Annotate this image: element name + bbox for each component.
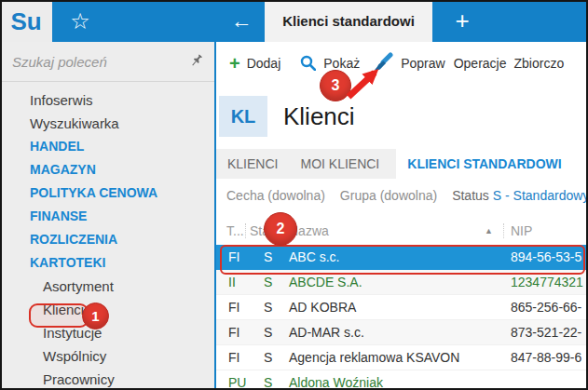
table-header: T... Sta... Nazwa ▲ NIP bbox=[216, 217, 588, 245]
add-button[interactable]: + Dodaj bbox=[229, 54, 280, 73]
column-separator bbox=[503, 223, 504, 238]
search-input[interactable] bbox=[0, 54, 180, 70]
filter-status[interactable]: StatusS - Standardowy bbox=[452, 188, 588, 203]
cell-typ: FI bbox=[228, 295, 239, 320]
column-separator bbox=[245, 223, 246, 238]
page-title: Klienci bbox=[283, 96, 355, 137]
add-plus-icon: + bbox=[229, 54, 240, 73]
table-row-agencja-ksavon[interactable]: FI S Agencja reklamowa KSAVON 847-88-99-… bbox=[216, 345, 588, 370]
cell-typ: FI bbox=[228, 345, 239, 370]
cell-nip: 894-56-53-5 bbox=[511, 245, 581, 270]
operations-button[interactable]: Operacje bbox=[454, 56, 507, 71]
cell-status: S bbox=[264, 370, 272, 390]
column-separator bbox=[280, 223, 280, 238]
show-button-label: Pokaż bbox=[323, 56, 360, 71]
filter-status-value: S - Standardowy bbox=[493, 188, 588, 203]
bulk-button-label: Zbiorczo bbox=[513, 56, 564, 71]
sidebar-item-kartoteki[interactable]: KARTOTEKI bbox=[0, 251, 214, 275]
column-header-nazwa[interactable]: Nazwa bbox=[289, 217, 329, 245]
logo-pro-badge: PRO bbox=[39, 0, 55, 3]
sidebar: Infoserwis Wyszukiwarka HANDEL MAGAZYN P… bbox=[0, 42, 214, 390]
column-header-typ[interactable]: T... bbox=[226, 217, 244, 245]
sidebar-item-magazyn[interactable]: MAGAZYN bbox=[0, 158, 214, 182]
table-row-ad-kobra[interactable]: FI S AD KOBRA 865-256-66- bbox=[216, 295, 588, 320]
operations-button-label: Operacje bbox=[454, 56, 507, 71]
top-bar: Su PRO ☆ ← Klienci standardowi + bbox=[0, 0, 588, 42]
command-search bbox=[0, 42, 214, 82]
cell-status: S bbox=[264, 345, 272, 370]
sort-asc-icon: ▲ bbox=[485, 217, 493, 245]
sidebar-item-wyszukiwarka[interactable]: Wyszukiwarka bbox=[0, 112, 214, 135]
cell-status: S bbox=[264, 270, 272, 295]
cell-status: S bbox=[264, 245, 272, 270]
table-row-abcde-sa[interactable]: II S ABCDE S.A. 1234774321 bbox=[216, 270, 588, 295]
table-row-ad-mar[interactable]: FI S AD-MAR s.c. 873-521-22- bbox=[216, 320, 588, 345]
tab-moi-klienci[interactable]: MOI KLIENCI bbox=[289, 149, 390, 179]
filter-cecha[interactable]: Cecha (dowolna) bbox=[226, 188, 325, 203]
favorites-star-icon[interactable]: ☆ bbox=[65, 0, 95, 42]
cell-nazwa: Agencja reklamowa KSAVON bbox=[289, 345, 459, 370]
sidebar-item-handel[interactable]: HANDEL bbox=[0, 135, 214, 158]
sidebar-item-rozliczenia[interactable]: ROZLICZENIA bbox=[0, 228, 214, 251]
bulk-button[interactable]: Zbiorczo bbox=[513, 56, 564, 71]
pin-icon[interactable] bbox=[190, 54, 203, 71]
sidebar-menu: Infoserwis Wyszukiwarka HANDEL MAGAZYN P… bbox=[0, 82, 214, 390]
cell-typ: FI bbox=[228, 245, 239, 270]
cell-nip: 847-88-99-6 bbox=[511, 345, 581, 370]
cell-nazwa: ABC s.c. bbox=[289, 245, 339, 270]
list-tabs: KLIENCI MOI KLIENCI KLIENCI STANDARDOWI bbox=[216, 149, 588, 179]
sidebar-item-polityka-cenowa[interactable]: POLITYKA CENOWA bbox=[0, 182, 214, 205]
back-arrow-icon[interactable]: ← bbox=[224, 0, 259, 42]
app-logo: Su PRO bbox=[0, 0, 52, 42]
filter-grupa[interactable]: Grupa (dowolna) bbox=[340, 188, 437, 203]
sidebar-item-instytucje[interactable]: Instytucje bbox=[0, 321, 214, 344]
window-tab-klienci-standardowi[interactable]: Klienci standardowi bbox=[265, 0, 432, 42]
cell-nazwa: AD-MAR s.c. bbox=[289, 320, 364, 345]
cell-nazwa: ABCDE S.A. bbox=[289, 270, 362, 295]
tab-klienci[interactable]: KLIENCI bbox=[216, 149, 289, 179]
sidebar-item-finanse[interactable]: FINANSE bbox=[0, 205, 214, 228]
sidebar-item-asortyment[interactable]: Asortyment bbox=[0, 275, 214, 298]
search-icon bbox=[300, 55, 316, 71]
edit-button-label: Popraw bbox=[401, 56, 444, 71]
cell-typ: FI bbox=[228, 320, 239, 345]
column-header-status[interactable]: Sta... bbox=[250, 217, 280, 245]
sidebar-item-klienci[interactable]: Klienci bbox=[0, 298, 214, 321]
add-button-label: Dodaj bbox=[247, 56, 281, 71]
edit-brush-icon[interactable] bbox=[374, 52, 393, 74]
new-tab-plus-icon[interactable]: + bbox=[445, 0, 479, 42]
cell-nazwa: Aldona Woźniak bbox=[289, 370, 383, 390]
filter-status-label: Status bbox=[452, 188, 489, 203]
column-header-nip[interactable]: NIP bbox=[511, 217, 532, 245]
cell-nazwa: AD KOBRA bbox=[289, 295, 356, 320]
tab-klienci-standardowi[interactable]: KLIENCI STANDARDOWI bbox=[396, 149, 588, 179]
toolbar: + Dodaj Pokaż Popraw Operacje bbox=[216, 42, 588, 84]
show-button[interactable]: Pokaż bbox=[300, 55, 360, 71]
edit-button[interactable]: Popraw bbox=[401, 56, 444, 71]
sidebar-item-pracownicy[interactable]: Pracownicy bbox=[0, 368, 214, 390]
cell-nip: 873-521-22- bbox=[511, 320, 581, 345]
table-body: FI S ABC s.c. 894-56-53-5 II S ABCDE S.A… bbox=[216, 245, 588, 390]
cell-typ: PU bbox=[228, 370, 246, 390]
cell-nip: 865-256-66- bbox=[511, 295, 581, 320]
main-panel: + Dodaj Pokaż Popraw Operacje bbox=[216, 42, 588, 390]
cell-typ: II bbox=[228, 270, 236, 295]
cell-status: S bbox=[264, 320, 272, 345]
sidebar-item-infoserwis[interactable]: Infoserwis bbox=[0, 88, 214, 112]
module-badge: KL bbox=[219, 96, 267, 137]
filter-bar: Cecha (dowolna) Grupa (dowolna) StatusS … bbox=[226, 183, 588, 208]
cell-status: S bbox=[264, 295, 272, 320]
table-row-aldona-wozniak[interactable]: PU S Aldona Woźniak bbox=[216, 370, 588, 390]
cell-nip: 1234774321 bbox=[511, 270, 583, 295]
logo-text: Su bbox=[10, 9, 41, 34]
app-window: Su PRO ☆ ← Klienci standardowi + Infoser… bbox=[0, 0, 588, 390]
sidebar-item-wspolnicy[interactable]: Wspólnicy bbox=[0, 344, 214, 368]
table-row-abc-sc[interactable]: FI S ABC s.c. 894-56-53-5 bbox=[216, 245, 588, 270]
